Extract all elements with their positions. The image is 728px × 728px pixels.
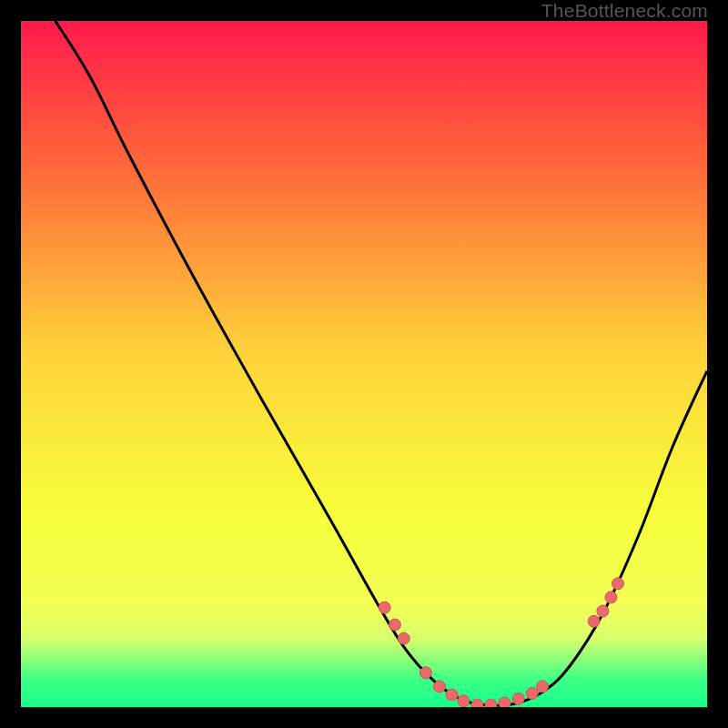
- watermark-label: TheBottleneck.com: [541, 0, 708, 22]
- chart-svg: [21, 21, 707, 707]
- gpu-marker: [446, 689, 458, 701]
- gpu-marker: [499, 697, 511, 707]
- gpu-marker: [605, 592, 617, 603]
- gpu-marker: [471, 699, 483, 707]
- gpu-marker: [458, 695, 470, 707]
- gpu-marker: [588, 615, 600, 627]
- chart-frame: [16, 16, 712, 712]
- gpu-marker: [389, 619, 400, 631]
- gpu-marker: [537, 681, 549, 693]
- gpu-marker: [379, 602, 390, 613]
- gpu-marker: [485, 699, 497, 707]
- gpu-marker: [398, 632, 410, 644]
- gpu-marker: [597, 605, 609, 617]
- gpu-marker: [612, 578, 623, 590]
- gradient-background: [21, 21, 707, 707]
- gpu-marker: [420, 667, 431, 679]
- gpu-marker: [526, 687, 538, 699]
- gpu-marker: [433, 681, 445, 693]
- gpu-marker: [512, 693, 524, 704]
